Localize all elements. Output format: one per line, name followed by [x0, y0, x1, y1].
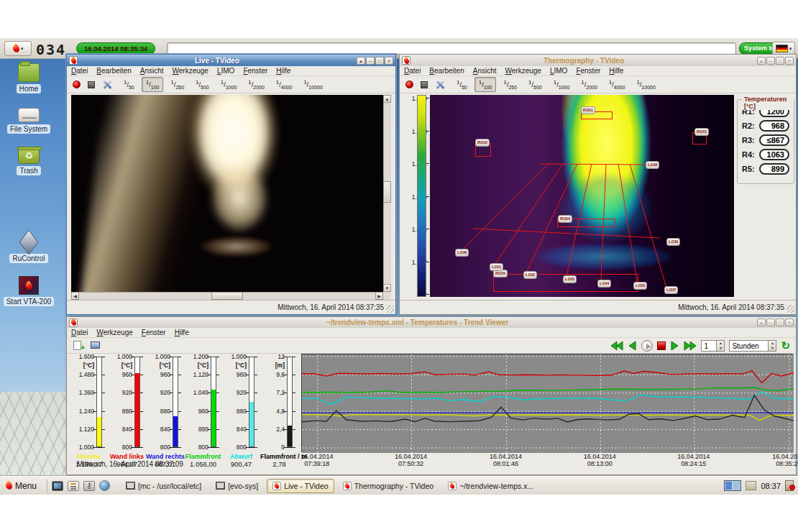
desktop-icon-file-system[interactable]: File System — [1, 105, 56, 134]
exposure-1-50[interactable]: 1/50 — [452, 77, 472, 92]
menu-hilfe[interactable]: Hilfe — [609, 67, 623, 75]
exposure-1-4000[interactable]: 1/4000 — [605, 77, 630, 92]
spin-up-icon[interactable]: ▲ — [717, 341, 724, 346]
exposure-1-4000[interactable]: 1/4000 — [272, 77, 297, 92]
menu-datei[interactable]: Datei — [71, 67, 88, 75]
stick-button[interactable]: ▴ — [757, 318, 766, 326]
key-tool-icon[interactable] — [83, 481, 95, 491]
step-back-button[interactable] — [628, 341, 637, 351]
menu-werkzeuge[interactable]: Werkzeuge — [173, 67, 208, 75]
scroll-down-icon[interactable]: ▼ — [383, 284, 391, 292]
export-screen-icon[interactable] — [89, 340, 101, 351]
exposure-1-1000[interactable]: 1/1000 — [216, 77, 242, 92]
record-button[interactable] — [73, 81, 81, 88]
jump-end-button[interactable] — [684, 341, 697, 351]
spin-down-icon[interactable]: ▼ — [769, 346, 776, 351]
interval-unit-select[interactable]: Stunden ▲▼ — [729, 340, 776, 352]
thermo-titlebar[interactable]: Thermography - TVideo ▴–□× — [400, 55, 796, 66]
select-arrows[interactable]: ▲▼ — [768, 341, 776, 351]
refresh-icon[interactable]: ↻ — [781, 340, 790, 351]
stick-button[interactable]: ▴ — [757, 57, 766, 65]
maximize-button[interactable]: □ — [375, 57, 384, 65]
command-field[interactable] — [167, 42, 736, 55]
menu-ansicht[interactable]: Ansicht — [140, 67, 164, 75]
trend-titlebar[interactable]: ~/trendview-temps.xml - Temperatures - T… — [67, 317, 796, 328]
browser-icon[interactable] — [99, 480, 110, 491]
exposure-1-2000[interactable]: 1/2000 — [577, 77, 602, 92]
stick-button[interactable]: ▴ — [357, 57, 365, 65]
close-button[interactable]: × — [785, 318, 794, 326]
tools-icon[interactable] — [102, 80, 112, 90]
add-curve-icon[interactable]: + — [73, 340, 85, 351]
menu-ansicht[interactable]: Ansicht — [473, 67, 497, 75]
task--mc-usr-local-etc-[interactable]: [mc - /usr/local/etc] — [120, 479, 207, 493]
menu-fenster[interactable]: Fenster — [142, 329, 166, 337]
display-settings-icon[interactable] — [52, 481, 63, 491]
menu-hilfe[interactable]: Hilfe — [175, 329, 189, 337]
exposure-1-10000[interactable]: 1/10000 — [632, 77, 659, 92]
close-button[interactable]: × — [385, 57, 393, 65]
text-editor-icon[interactable] — [68, 481, 79, 491]
desktop-icon-home[interactable]: Home — [1, 63, 56, 93]
live-titlebar[interactable]: Live - TVideo ▴–□× — [67, 55, 395, 66]
interval-unit[interactable]: Stunden — [730, 341, 768, 351]
exposure-1-2000[interactable]: 1/2000 — [244, 77, 269, 92]
vertical-scrollbar[interactable]: ▲ ▼ — [383, 95, 391, 292]
spin-down-icon[interactable]: ▼ — [717, 346, 724, 351]
menu-datei[interactable]: Datei — [404, 67, 421, 75]
resize-grip[interactable] — [786, 305, 794, 313]
desktop-icon-trash[interactable]: ♻Trash — [1, 147, 56, 175]
interval-spinbox[interactable]: 1 ▲▼ — [701, 340, 725, 352]
minimize-button[interactable]: – — [766, 318, 775, 326]
record-button[interactable] — [405, 81, 413, 88]
exposure-1-1000[interactable]: 1/1000 — [549, 77, 574, 92]
exposure-1-10000[interactable]: 1/10000 — [299, 77, 326, 92]
desktop-icon-rucontrol[interactable]: RuControl — [1, 233, 56, 263]
task-live-tvideo[interactable]: Live - TVideo — [267, 479, 334, 493]
step-forward-button[interactable] — [670, 341, 679, 351]
menu-fenster[interactable]: Fenster — [576, 67, 600, 75]
tools-icon[interactable] — [435, 80, 445, 90]
close-button[interactable]: × — [785, 57, 794, 65]
exposure-1-100[interactable]: 1/100 — [142, 77, 164, 92]
scroll-thumb[interactable] — [383, 181, 391, 203]
play-button[interactable] — [641, 340, 653, 352]
menu-datei[interactable]: Datei — [71, 329, 88, 337]
menu-hilfe[interactable]: Hilfe — [276, 67, 290, 75]
desktop-icon-start-vta-200[interactable]: Start VTA-200 — [1, 276, 56, 306]
minimize-button[interactable]: – — [366, 57, 375, 65]
menu-limo[interactable]: LIMO — [217, 67, 234, 75]
menu-bearbeiten[interactable]: Bearbeiten — [96, 67, 131, 75]
spinner-arrows[interactable]: ▲▼ — [716, 341, 724, 351]
menu-bearbeiten[interactable]: Bearbeiten — [429, 67, 464, 75]
tray-icon[interactable] — [746, 481, 756, 490]
start-menu-button[interactable]: Menu — [3, 480, 42, 492]
exposure-1-100[interactable]: 1/100 — [474, 77, 497, 92]
exposure-1-500[interactable]: 1/500 — [524, 77, 546, 92]
menu-werkzeuge[interactable]: Werkzeuge — [96, 329, 132, 337]
stop-button[interactable] — [421, 81, 428, 88]
stop-button[interactable] — [657, 341, 666, 350]
interval-value[interactable]: 1 — [702, 341, 716, 351]
horizontal-scrollbar[interactable]: ◀ ▶ — [71, 292, 383, 300]
maximize-button[interactable]: □ — [776, 318, 784, 326]
scroll-right-icon[interactable]: ▶ — [375, 292, 383, 300]
scroll-thumb[interactable] — [211, 292, 243, 300]
resize-grip[interactable] — [386, 305, 394, 313]
exposure-1-500[interactable]: 1/500 — [191, 77, 214, 92]
maximize-button[interactable]: □ — [776, 57, 784, 65]
logout-icon[interactable] — [785, 480, 794, 491]
workspace-pager-icon[interactable] — [724, 480, 741, 491]
minimize-button[interactable]: – — [766, 57, 775, 65]
task--evo-sys-[interactable]: [evo-sys] — [210, 479, 264, 493]
scroll-up-icon[interactable]: ▲ — [383, 95, 391, 103]
task--trendview-temps-x-[interactable]: ~/trendview-temps.x... — [442, 479, 539, 493]
app-menu-button[interactable]: ▾ — [4, 41, 32, 56]
stop-button[interactable] — [88, 81, 95, 88]
menu-limo[interactable]: LIMO — [550, 67, 567, 75]
menu-werkzeuge[interactable]: Werkzeuge — [505, 67, 541, 75]
spin-up-icon[interactable]: ▲ — [769, 341, 776, 346]
jump-start-button[interactable] — [610, 341, 623, 351]
exposure-1-250[interactable]: 1/250 — [166, 77, 188, 92]
task-thermography-tvideo[interactable]: Thermography - TVideo — [337, 479, 440, 493]
